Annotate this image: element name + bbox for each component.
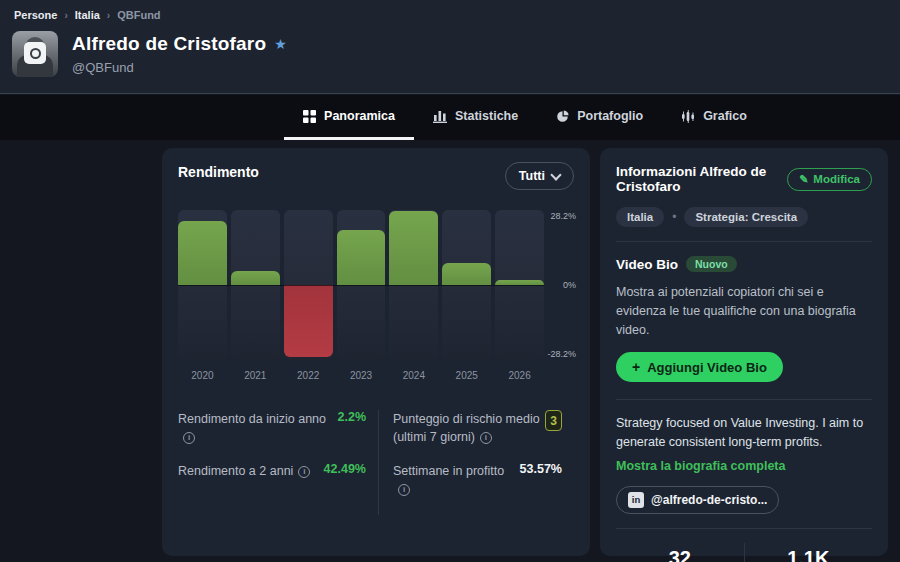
performance-chart: 28.2%0%-28.2% 20202021202220232024202520… [178, 210, 574, 388]
tab-portafoglio[interactable]: Portafoglio [537, 95, 662, 140]
time-filter-value: Tutti [519, 169, 545, 183]
chart-bar-2025 [442, 263, 491, 285]
stat-value: 53.57% [512, 462, 562, 476]
risk-score-badge: 3 [545, 410, 562, 431]
star-icon: ★ [274, 36, 287, 52]
divider [616, 528, 872, 529]
edit-button-label: Modifica [813, 173, 860, 185]
video-bio-description: Mostra ai potenziali copiatori chi sei e… [616, 283, 872, 339]
tab-label: Portafoglio [577, 109, 643, 123]
chart-bar-2024 [389, 211, 438, 285]
add-video-bio-button[interactable]: + Aggiungi Video Bio [616, 352, 783, 382]
candlestick-icon [681, 110, 695, 123]
tab-label: Statistiche [455, 109, 518, 123]
linkedin-button[interactable]: in @alfredo-de-cristo... [616, 486, 779, 514]
pie-chart-icon [556, 110, 569, 123]
divider [616, 399, 872, 400]
info-card: Informazioni Alfredo de Cristofaro ✎ Mod… [600, 148, 888, 556]
profile-header: Persone › Italia › QBFund Alfredo de Cri… [0, 0, 900, 94]
chart-x-tick: 2020 [178, 370, 227, 381]
breadcrumb: Persone › Italia › QBFund [14, 9, 161, 21]
tab-grafico[interactable]: Grafico [662, 95, 766, 140]
tab-bar: Panoramica Statistiche Portafoglio Grafi… [0, 95, 900, 140]
chart-x-tick: 2021 [231, 370, 280, 381]
country-tag: Italia [616, 207, 664, 227]
profile-handle: @QBFund [72, 60, 287, 75]
stat-profitable-weeks: Settimane in profittoi 53.57% [393, 462, 562, 498]
chart-bar-2023 [337, 230, 386, 285]
info-icon[interactable]: i [398, 484, 410, 496]
performance-stats: Rendimento da inizio annoi 2.2% Rendimen… [178, 410, 574, 515]
chart-bar-2022 [284, 285, 333, 357]
stat-label: Rendimento a 2 anni [178, 464, 293, 478]
bio-text: Strategy focused on Value Investing. I a… [616, 414, 872, 452]
grid-icon [303, 110, 316, 123]
stat-risk-score: Punteggio di rischio medio (ultimi 7 gio… [393, 410, 562, 446]
plus-icon: + [632, 359, 640, 375]
add-video-bio-label: Aggiungi Video Bio [647, 360, 767, 375]
chart-y-tick: -28.2% [547, 349, 576, 359]
chart-bar-2020 [178, 221, 227, 285]
chart-x-tick: 2022 [284, 370, 333, 381]
stat-label: Rendimento da inizio anno [178, 412, 326, 426]
tab-panoramica[interactable]: Panoramica [284, 95, 414, 140]
chart-x-tick: 2023 [337, 370, 386, 381]
bar-chart-icon [433, 110, 447, 123]
tag-dot-separator: • [672, 210, 676, 224]
camera-badge-icon [24, 42, 46, 64]
chart-x-axis: 2020202120222023202420252026 [178, 370, 544, 381]
followers-stat[interactable]: 1.1K Follower [744, 543, 873, 562]
linkedin-icon: in [628, 492, 644, 508]
stat-value: 42.49% [316, 462, 366, 476]
video-bio-title: Video Bio [616, 257, 678, 272]
linkedin-handle: @alfredo-de-cristo... [651, 493, 767, 507]
info-icon[interactable]: i [480, 432, 492, 444]
chart-y-tick: 0% [563, 280, 576, 290]
breadcrumb-separator-icon: › [107, 10, 110, 21]
stat-label: Settimane in profitto [393, 464, 504, 478]
chart-y-axis: 28.2%0%-28.2% [548, 210, 576, 360]
copiers-stat[interactable]: 32 Copiatori [616, 543, 744, 562]
social-stats: 32 Copiatori 1.1K Follower [616, 543, 872, 562]
chevron-down-icon [550, 169, 561, 180]
tab-label: Grafico [703, 109, 747, 123]
divider [616, 241, 872, 242]
breadcrumb-qbfund[interactable]: QBFund [117, 9, 160, 21]
new-badge: Nuovo [686, 256, 737, 272]
tab-statistiche[interactable]: Statistiche [414, 95, 537, 140]
info-icon[interactable]: i [183, 432, 195, 444]
breadcrumb-persone[interactable]: Persone [14, 9, 57, 21]
stat-label: Punteggio di rischio medio (ultimi 7 gio… [393, 412, 540, 444]
breadcrumb-separator-icon: › [64, 10, 67, 21]
performance-card: Rendimento Tutti 28.2%0%-28.2% 202020212… [162, 148, 590, 556]
strategy-tag: Strategia: Crescita [684, 207, 808, 227]
time-filter-dropdown[interactable]: Tutti [505, 162, 574, 190]
chart-zero-line [178, 285, 544, 286]
info-icon[interactable]: i [298, 466, 310, 478]
breadcrumb-italia[interactable]: Italia [75, 9, 100, 21]
edit-button[interactable]: ✎ Modifica [787, 168, 872, 191]
show-full-bio-link[interactable]: Mostra la biografia completa [616, 459, 872, 473]
tab-label: Panoramica [324, 109, 395, 123]
stat-ytd-return: Rendimento da inizio annoi 2.2% [178, 410, 366, 446]
chart-bar-2021 [231, 271, 280, 285]
copiers-count: 32 [616, 547, 744, 562]
followers-count: 1.1K [745, 547, 873, 562]
chart-y-tick: 28.2% [550, 211, 576, 221]
chart-x-tick: 2024 [389, 370, 438, 381]
stat-2y-return: Rendimento a 2 annii 42.49% [178, 462, 366, 480]
avatar[interactable] [12, 31, 58, 77]
info-card-title: Informazioni Alfredo de Cristofaro [616, 164, 787, 194]
pencil-icon: ✎ [799, 173, 808, 186]
chart-x-tick: 2026 [495, 370, 544, 381]
stat-value: 2.2% [330, 410, 367, 424]
chart-x-tick: 2025 [442, 370, 491, 381]
page-title: Alfredo de Cristofaro [72, 33, 266, 55]
